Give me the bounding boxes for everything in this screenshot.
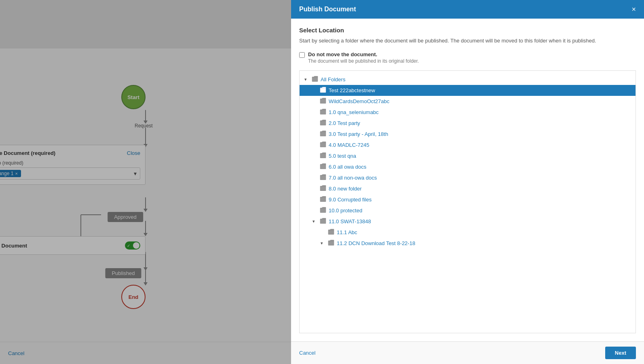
folder-label: 6.0 all owa docs xyxy=(329,164,366,170)
folder-label: 5.0 test qna xyxy=(329,153,356,159)
folder-icon xyxy=(320,109,326,116)
folder-label: 10.0 protected xyxy=(329,207,362,214)
folder-label: WildCardsDemoOct27abc xyxy=(329,98,389,104)
folder-item-new-folder[interactable]: 8.0 new folder xyxy=(300,183,636,194)
folder-item-abc[interactable]: 11.1 Abc xyxy=(300,227,636,238)
folder-icon xyxy=(320,142,326,148)
folder-item-qna[interactable]: 1.0 qna_seleniumabc xyxy=(300,107,636,118)
folder-icon xyxy=(320,120,326,127)
chevron-icon: ▾ xyxy=(321,241,325,246)
folder-tree-wrapper: ▾All FoldersTest 222abctestnewWildCardsD… xyxy=(299,70,636,334)
folder-label: 9.0 Corrupted files xyxy=(329,197,372,203)
modal-body: Select Location Start by selecting a fol… xyxy=(291,19,644,341)
folder-item-owa-docs[interactable]: 6.0 all owa docs xyxy=(300,161,636,172)
folder-tree[interactable]: ▾All FoldersTest 222abctestnewWildCardsD… xyxy=(300,71,636,333)
do-not-move-sublabel: The document will be published in its or… xyxy=(308,58,419,64)
folder-item-non-owa[interactable]: 7.0 all non-owa docs xyxy=(300,172,636,183)
folder-icon xyxy=(320,152,326,159)
folder-label: All Folders xyxy=(321,76,345,83)
folder-label: 11.2 DCN Download Test 8-22-18 xyxy=(337,240,415,246)
folder-item-protected[interactable]: 10.0 protected xyxy=(300,205,636,216)
modal-title: Publish Document xyxy=(299,6,356,13)
do-not-move-checkbox[interactable] xyxy=(299,52,305,58)
folder-icon xyxy=(328,240,334,247)
folder-icon xyxy=(328,229,334,236)
folder-label: 2.0 Test party xyxy=(329,120,360,126)
folder-label: 3.0 Test party - April, 18th xyxy=(329,131,388,137)
folder-item-test-222[interactable]: Test 222abctestnew xyxy=(300,85,636,96)
folder-item-corrupted[interactable]: 9.0 Corrupted files xyxy=(300,194,636,205)
do-not-move-row: Do not move the document. The document w… xyxy=(299,51,636,64)
do-not-move-label: Do not move the document. xyxy=(308,51,419,57)
folder-item-wildcards[interactable]: WildCardsDemoOct27abc xyxy=(300,96,636,107)
folder-icon xyxy=(320,196,326,203)
modal-close-button[interactable]: × xyxy=(631,6,636,13)
folder-label: 11.1 Abc xyxy=(337,229,357,235)
folder-item-test-qna[interactable]: 5.0 test qna xyxy=(300,150,636,161)
folder-item-test-party[interactable]: 2.0 Test party xyxy=(300,118,636,129)
chevron-icon: ▾ xyxy=(304,77,309,82)
modal-next-button[interactable]: Next xyxy=(605,347,636,359)
modal-cancel-button[interactable]: Cancel xyxy=(299,350,315,356)
modal-footer: Cancel Next xyxy=(291,341,644,364)
folder-icon xyxy=(320,163,326,170)
folder-icon xyxy=(320,131,326,138)
folder-label: 8.0 new folder xyxy=(329,186,362,192)
folder-label: 1.0 qna_seleniumabc xyxy=(329,109,379,115)
folder-item-dcn[interactable]: ▾11.2 DCN Download Test 8-22-18 xyxy=(300,238,636,249)
select-location-title: Select Location xyxy=(299,27,636,34)
folder-label: 7.0 all non-owa docs xyxy=(329,175,377,181)
folder-item-all-folders[interactable]: ▾All Folders xyxy=(300,74,636,85)
select-location-description: Start by selecting a folder where the do… xyxy=(299,37,636,45)
folder-item-test-party-april[interactable]: 3.0 Test party - April, 18th xyxy=(300,129,636,140)
folder-icon xyxy=(320,218,326,225)
folder-icon xyxy=(320,87,326,94)
publish-document-modal: Publish Document × Select Location Start… xyxy=(291,0,644,364)
do-not-move-text: Do not move the document. The document w… xyxy=(308,51,419,64)
folder-label: 4.0 MADLC-7245 xyxy=(329,142,369,148)
folder-icon xyxy=(320,174,326,181)
folder-label: Test 222abctestnew xyxy=(329,87,375,93)
folder-label: 11.0 SWAT-13848 xyxy=(329,218,371,224)
folder-item-madlc[interactable]: 4.0 MADLC-7245 xyxy=(300,140,636,150)
folder-icon xyxy=(312,76,318,83)
folder-icon xyxy=(320,207,326,214)
modal-header: Publish Document × xyxy=(291,0,644,19)
folder-icon xyxy=(320,98,326,105)
folder-icon xyxy=(320,185,326,192)
chevron-icon: ▾ xyxy=(312,219,317,224)
folder-item-swat[interactable]: ▾11.0 SWAT-13848 xyxy=(300,216,636,227)
